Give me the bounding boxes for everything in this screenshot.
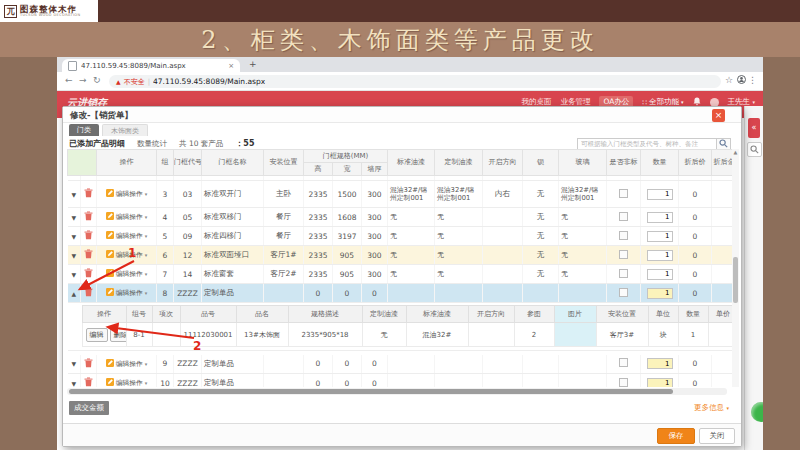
modal-close-button[interactable]: ×	[712, 109, 725, 122]
edit-operation-dropdown[interactable]: 编辑操作▾	[106, 212, 148, 222]
cell-cust: 无	[435, 265, 483, 284]
collapse-row-icon[interactable]: ▲	[71, 290, 76, 297]
subtable-cell-pno: 11112030001	[180, 323, 236, 347]
trash-icon[interactable]	[84, 380, 93, 387]
edit-operation-dropdown[interactable]: 编辑操作▾	[106, 250, 148, 260]
cell-pos	[264, 355, 304, 374]
rail-search-button[interactable]	[747, 142, 762, 157]
quantity-input[interactable]	[647, 250, 673, 261]
caret-down-icon: ▾	[145, 252, 148, 258]
edit-operation-dropdown[interactable]: 编辑操作▾	[106, 288, 148, 298]
bookmark-star-icon[interactable]: ☆	[725, 75, 733, 85]
quantity-input[interactable]	[647, 378, 673, 388]
expand-row-icon[interactable]: ▼	[71, 233, 76, 240]
tab-veneer-category[interactable]: 木饰面类	[102, 124, 148, 136]
expand-row-icon[interactable]: ▼	[71, 380, 76, 387]
address-bar[interactable]: ▲ 不安全 | 47.110.59.45:8089/Main.aspx	[109, 75, 721, 88]
nonstandard-checkbox[interactable]	[619, 378, 628, 387]
edit-operation-dropdown[interactable]: 编辑操作▾	[106, 189, 148, 199]
cell-w: 1500	[333, 181, 362, 208]
side-panel-tab[interactable]: «	[748, 118, 760, 138]
cell-lock: 无	[523, 246, 559, 265]
column-header: 安装位置	[264, 150, 304, 176]
trash-icon[interactable]	[84, 252, 93, 261]
product-search-input[interactable]	[577, 138, 717, 150]
expand-row-icon[interactable]: ▼	[71, 271, 76, 278]
cell-pos: 客厅1#	[264, 246, 304, 265]
nonstandard-checkbox[interactable]	[619, 288, 628, 297]
quantity-stats-label[interactable]: 数量统计	[137, 139, 167, 149]
expand-row-icon[interactable]: ▼	[71, 191, 76, 198]
nonstandard-checkbox[interactable]	[619, 269, 628, 278]
tucson-logo: 兀 图森整体木作 TUCSON WOOD DECORATION	[0, 0, 98, 22]
expand-row-icon[interactable]: ▼	[71, 360, 76, 367]
quantity-input[interactable]	[647, 189, 673, 200]
back-icon[interactable]: ←	[65, 75, 73, 85]
more-info-link[interactable]: 更多信息 ▾	[694, 403, 729, 413]
profile-avatar-icon[interactable]	[737, 75, 746, 86]
quantity-input[interactable]	[647, 231, 673, 242]
subtable-cell-item	[152, 323, 180, 347]
cell-t: 300	[362, 246, 388, 265]
search-button[interactable]	[717, 138, 731, 150]
cell-pos: 餐厅	[264, 208, 304, 227]
cell-t: 300	[362, 227, 388, 246]
trash-icon[interactable]	[84, 191, 93, 200]
cell-code: ZZZZ	[174, 355, 202, 374]
quantity-input[interactable]	[647, 269, 673, 280]
nonstandard-checkbox[interactable]	[619, 189, 628, 198]
nonstandard-checkbox[interactable]	[619, 231, 628, 240]
cell-cust: 无	[435, 246, 483, 265]
tucson-logo-icon: 兀	[4, 5, 17, 18]
cell-code: ZZZZ	[174, 284, 202, 303]
trash-icon[interactable]	[84, 361, 93, 370]
edit-operation-dropdown[interactable]: 编辑操作▾	[106, 359, 148, 369]
reload-icon[interactable]: ↻	[93, 75, 101, 85]
new-tab-button[interactable]: +	[249, 59, 257, 69]
cell-dir	[483, 284, 523, 303]
edit-operation-dropdown[interactable]: 编辑操作▾	[106, 269, 148, 279]
quantity-input[interactable]	[647, 288, 673, 299]
tab-title: 47.110.59.45:8089/Main.aspx	[81, 62, 224, 70]
trash-icon[interactable]	[84, 233, 93, 242]
nonstandard-checkbox[interactable]	[619, 358, 628, 367]
cell-std: 无	[388, 227, 435, 246]
edit-item-button[interactable]: 编辑	[86, 328, 108, 342]
horizontal-scrollbar[interactable]	[67, 388, 727, 395]
quantity-input[interactable]	[647, 358, 673, 369]
edit-operation-dropdown[interactable]: 编辑操作▾	[106, 231, 148, 241]
forward-icon[interactable]: →	[79, 75, 87, 85]
caret-down-icon: ▾	[726, 405, 729, 411]
cell-group: 4	[157, 208, 174, 227]
cell-price2	[712, 284, 734, 303]
delete-item-button[interactable]: 删除	[110, 328, 127, 342]
browser-menu-icon[interactable]: ⋮	[748, 75, 757, 85]
save-button[interactable]: 保存	[657, 428, 695, 444]
vertical-scrollbar[interactable]: ▲	[732, 149, 739, 387]
column-header: 开启方向	[483, 150, 523, 176]
tab-close-icon[interactable]: ×	[228, 62, 234, 70]
column-header: 宽	[333, 163, 362, 176]
security-warning-label: 不安全	[124, 77, 145, 87]
trash-icon[interactable]	[84, 290, 93, 299]
table-row: ▼编辑操作▾714标准窗套客厅2#2335905300无无无无0	[68, 265, 734, 284]
browser-window: 47.110.59.45:8089/Main.aspx × + ← → ↻ ▲ …	[57, 57, 763, 450]
trash-icon[interactable]	[84, 271, 93, 280]
expand-row-icon[interactable]: ▼	[71, 252, 76, 259]
tab-door-category[interactable]: 门类	[69, 124, 99, 136]
quantity-input[interactable]	[647, 212, 673, 223]
row-tools-header	[68, 150, 97, 176]
cell-group: 6	[157, 246, 174, 265]
edit-operation-dropdown[interactable]: 编辑操作▾	[106, 378, 148, 387]
browser-tab[interactable]: 47.110.59.45:8089/Main.aspx ×	[62, 59, 240, 72]
nonstandard-checkbox[interactable]	[619, 212, 628, 221]
amount-section: 成交金额 更多信息 ▾	[69, 401, 729, 424]
cell-code: 14	[174, 265, 202, 284]
float-help-button[interactable]	[751, 402, 763, 422]
cell-std	[388, 284, 435, 303]
trash-icon[interactable]	[84, 214, 93, 223]
expand-row-icon[interactable]: ▼	[71, 214, 76, 221]
close-button[interactable]: 关闭	[699, 428, 735, 444]
cell-std: 混油32#/锦州定制001	[388, 181, 435, 208]
nonstandard-checkbox[interactable]	[619, 250, 628, 259]
